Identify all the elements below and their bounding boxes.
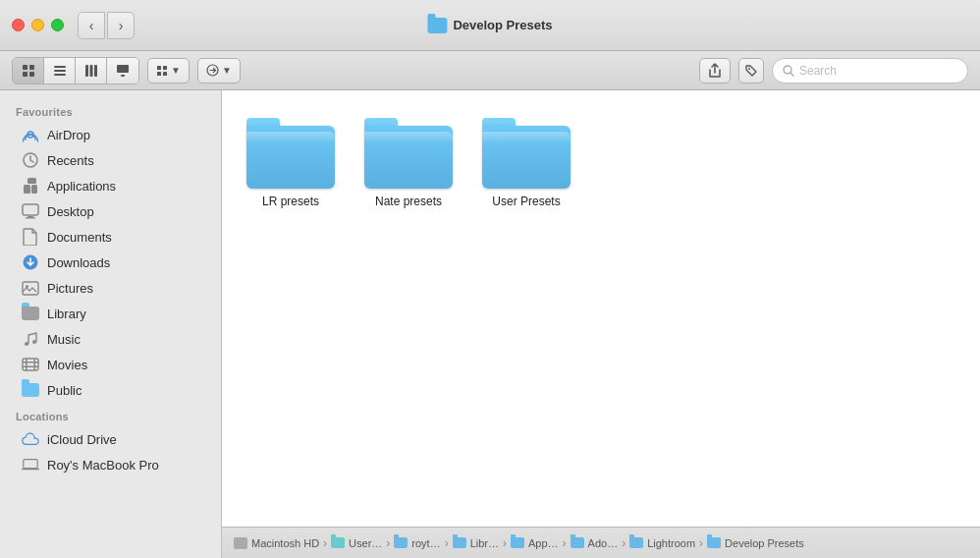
breadcrumb-macintosh-hd[interactable]: Macintosh HD: [234, 537, 319, 549]
breadcrumb-macintosh-hd-label: Macintosh HD: [251, 537, 319, 549]
svg-rect-37: [24, 460, 37, 469]
breadcrumb-libr-label: Libr…: [470, 537, 499, 549]
window-title: Develop Presets: [427, 18, 552, 33]
sidebar-item-documents[interactable]: Documents: [6, 224, 215, 250]
folder-icon-nate-presets: [364, 118, 453, 189]
file-item-nate-presets[interactable]: Nate presets: [359, 110, 458, 216]
sidebar-item-music[interactable]: Music: [6, 326, 215, 352]
svg-rect-11: [121, 75, 125, 77]
sidebar-item-desktop[interactable]: Desktop: [6, 198, 215, 224]
breadcrumb-app[interactable]: App…: [511, 537, 559, 549]
sidebar-item-pictures[interactable]: Pictures: [6, 275, 215, 301]
airdrop-icon: [22, 126, 39, 143]
breadcrumb-folder-libr: [453, 537, 466, 548]
public-icon: [22, 381, 39, 399]
svg-rect-0: [23, 65, 27, 70]
svg-rect-22: [31, 185, 37, 194]
pictures-icon: [22, 279, 39, 297]
svg-rect-21: [24, 185, 30, 194]
breadcrumb-folder-royt: [394, 537, 408, 548]
back-button[interactable]: ‹: [78, 12, 105, 39]
applications-icon: [22, 177, 39, 195]
breadcrumb-sep-4: ›: [563, 536, 567, 550]
breadcrumb-develop-presets-label: Develop Presets: [725, 537, 804, 549]
svg-point-29: [26, 285, 28, 288]
file-label-lr-presets: LR presets: [262, 195, 319, 208]
breadcrumb-ado-label: Ado…: [588, 537, 619, 549]
breadcrumb-folder-lightroom: [629, 537, 643, 548]
breadcrumb-lightroom-label: Lightroom: [647, 537, 695, 549]
forward-button[interactable]: ›: [107, 12, 135, 39]
folder-icon-lr-presets: [246, 118, 335, 189]
pictures-label: Pictures: [47, 281, 93, 296]
breadcrumb-sep-0: ›: [323, 536, 327, 550]
close-button[interactable]: [12, 19, 25, 31]
icon-view-button[interactable]: [13, 58, 44, 84]
sidebar-item-icloud[interactable]: iCloud Drive: [6, 426, 215, 452]
breadcrumb-folder-develop-presets: [707, 537, 721, 548]
svg-rect-3: [29, 72, 34, 77]
minimize-button[interactable]: [31, 19, 44, 31]
breadcrumb-ado[interactable]: Ado…: [571, 537, 619, 549]
breadcrumb-royt[interactable]: royt…: [394, 537, 440, 549]
list-view-button[interactable]: [44, 58, 76, 84]
file-item-lr-presets[interactable]: LR presets: [242, 110, 340, 216]
share-button[interactable]: [699, 58, 731, 84]
view-mode-buttons: [12, 57, 139, 84]
svg-point-17: [748, 68, 750, 70]
svg-rect-26: [26, 217, 35, 219]
sidebar-item-applications[interactable]: Applications: [6, 173, 215, 198]
svg-rect-8: [89, 65, 92, 77]
documents-label: Documents: [47, 230, 112, 245]
breadcrumb-develop-presets[interactable]: Develop Presets: [707, 537, 804, 549]
svg-rect-15: [163, 72, 167, 76]
search-bar[interactable]: Search: [772, 58, 968, 84]
svg-rect-5: [54, 70, 66, 72]
sidebar-item-macbook[interactable]: Roy's MacBook Pro: [6, 452, 215, 477]
breadcrumb-sep-5: ›: [622, 536, 626, 550]
airdrop-label: AirDrop: [47, 128, 90, 142]
svg-point-31: [32, 340, 36, 344]
svg-rect-24: [23, 204, 38, 215]
file-item-user-presets[interactable]: User Presets: [477, 110, 575, 216]
svg-rect-32: [23, 359, 38, 370]
library-icon: [22, 305, 39, 322]
downloads-label: Downloads: [47, 255, 110, 270]
column-view-button[interactable]: [76, 58, 107, 84]
title-folder-icon: [427, 18, 447, 33]
recents-icon: [22, 151, 39, 169]
sidebar-item-recents[interactable]: Recents: [6, 147, 215, 173]
svg-rect-12: [157, 66, 161, 70]
downloads-icon: [22, 253, 39, 271]
movies-icon: [22, 356, 39, 373]
tag-button[interactable]: [738, 58, 764, 84]
favourites-header: Favourites: [0, 98, 221, 122]
breadcrumb-libr[interactable]: Libr…: [453, 537, 499, 549]
documents-icon: [22, 228, 39, 246]
sidebar-item-library[interactable]: Library: [6, 301, 215, 326]
sidebar-item-downloads[interactable]: Downloads: [6, 250, 215, 275]
arrange-button[interactable]: ▼: [147, 58, 190, 84]
maximize-button[interactable]: [51, 19, 64, 31]
icloud-label: iCloud Drive: [47, 432, 117, 447]
sidebar: Favourites AirDrop Recents: [0, 90, 222, 558]
file-grid: LR presets Nate presets User Presets: [222, 90, 980, 527]
applications-label: Applications: [47, 179, 116, 194]
sidebar-item-movies[interactable]: Movies: [6, 352, 215, 377]
title-bar: ‹ › Develop Presets: [0, 0, 980, 51]
nav-buttons: ‹ ›: [78, 12, 135, 39]
breadcrumb-sep-3: ›: [503, 536, 507, 550]
breadcrumb-user[interactable]: User…: [331, 537, 382, 549]
breadcrumb-lightroom[interactable]: Lightroom: [629, 537, 695, 549]
sidebar-item-airdrop[interactable]: AirDrop: [6, 122, 215, 147]
title-label: Develop Presets: [453, 18, 552, 32]
action-button[interactable]: ▼: [197, 58, 241, 84]
gallery-view-button[interactable]: [107, 58, 138, 84]
sidebar-item-public[interactable]: Public: [6, 377, 215, 403]
svg-rect-4: [54, 66, 66, 68]
breadcrumb-sep-1: ›: [386, 536, 390, 550]
library-label: Library: [47, 307, 86, 321]
file-label-user-presets: User Presets: [492, 195, 560, 208]
svg-rect-10: [117, 65, 129, 73]
svg-rect-2: [23, 72, 27, 77]
